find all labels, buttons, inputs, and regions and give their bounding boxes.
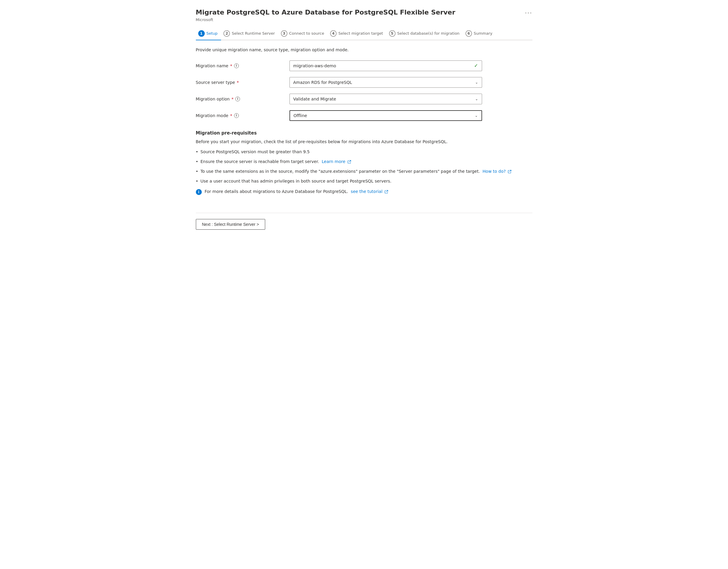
page-description: Provide unique migration name, source ty… — [196, 47, 532, 52]
source-server-type-chevron-icon: ⌄ — [475, 80, 478, 84]
info-banner: i For more details about migrations to A… — [196, 189, 532, 195]
app-title: Migrate PostgreSQL to Azure Database for… — [196, 8, 455, 17]
more-options-icon[interactable]: ··· — [525, 9, 532, 17]
step-1-label: Setup — [207, 31, 218, 36]
info-banner-text: For more details about migrations to Azu… — [205, 189, 388, 194]
info-banner-icon: i — [196, 189, 202, 195]
external-link-icon-3 — [385, 190, 388, 194]
migration-mode-info-icon[interactable]: i — [234, 113, 239, 118]
migration-option-control: Validate and Migrate ⌄ — [289, 94, 482, 104]
migration-name-row: Migration name * i migration-aws-demo ✓ — [196, 60, 532, 71]
next-button[interactable]: Next : Select Runtime Server > — [196, 219, 265, 230]
step-3-label: Connect to source — [289, 31, 324, 36]
prereq-description: Before you start your migration, check t… — [196, 139, 532, 144]
migration-mode-row: Migration mode * i Offline ⌄ — [196, 110, 532, 121]
learn-more-link[interactable]: Learn more — [322, 159, 351, 164]
migration-name-info-icon[interactable]: i — [234, 63, 239, 68]
migration-name-value: migration-aws-demo — [293, 63, 336, 68]
migration-mode-required: * — [230, 113, 232, 118]
step-5-databases[interactable]: 5 Select database(s) for migration — [387, 28, 463, 40]
prereq-list: Source PostgreSQL version must be greate… — [196, 149, 532, 184]
migration-name-checkmark: ✓ — [474, 63, 478, 68]
migration-mode-control: Offline ⌄ — [289, 110, 482, 121]
step-3-circle: 3 — [281, 30, 287, 37]
page-footer: Next : Select Runtime Server > — [196, 213, 532, 230]
migration-mode-value: Offline — [294, 113, 307, 118]
see-tutorial-link[interactable]: see the tutorial — [351, 189, 388, 194]
step-4-target[interactable]: 4 Select migration target — [328, 28, 387, 40]
migration-mode-dropdown[interactable]: Offline ⌄ — [289, 110, 482, 121]
migration-name-label: Migration name * i — [196, 63, 285, 68]
step-1-circle: 1 — [198, 30, 205, 37]
source-server-type-required: * — [237, 80, 239, 85]
source-server-type-label: Source server type * — [196, 80, 285, 85]
steps-wizard-bar: 1 Setup 2 Select Runtime Server 3 Connec… — [196, 28, 532, 40]
prereq-item-2: Ensure the source server is reachable fr… — [196, 159, 532, 165]
prereq-item-2-text: Ensure the source server is reachable fr… — [201, 159, 321, 164]
how-to-do-link[interactable]: How to do? — [483, 169, 512, 174]
migration-name-input[interactable]: migration-aws-demo ✓ — [289, 60, 482, 71]
step-5-label: Select database(s) for migration — [397, 31, 460, 36]
external-link-icon — [348, 160, 351, 164]
migration-option-dropdown[interactable]: Validate and Migrate ⌄ — [289, 94, 482, 104]
step-3-connect[interactable]: 3 Connect to source — [279, 28, 328, 40]
step-4-label: Select migration target — [338, 31, 383, 36]
prereq-item-3-text: To use the same extensions as in the sou… — [201, 169, 481, 174]
migration-option-value: Validate and Migrate — [293, 97, 336, 101]
step-2-runtime[interactable]: 2 Select Runtime Server — [221, 28, 278, 40]
source-server-type-control: Amazon RDS for PostgreSQL ⌄ — [289, 77, 482, 88]
migration-name-control: migration-aws-demo ✓ — [289, 60, 482, 71]
migration-option-chevron-icon: ⌄ — [475, 97, 478, 101]
app-header: Migrate PostgreSQL to Azure Database for… — [196, 8, 532, 22]
app-subtitle: Microsoft — [196, 17, 455, 22]
prereq-item-3: To use the same extensions as in the sou… — [196, 168, 532, 175]
step-6-label: Summary — [474, 31, 492, 36]
migration-option-label: Migration option * i — [196, 97, 285, 101]
external-link-icon-2 — [508, 170, 511, 173]
prerequisites-section: Migration pre-requisites Before you star… — [196, 130, 532, 195]
prereq-item-4-text: Use a user account that has admin privil… — [201, 179, 391, 183]
prereq-title: Migration pre-requisites — [196, 130, 532, 136]
migration-name-required: * — [230, 63, 232, 68]
migration-mode-label: Migration mode * i — [196, 113, 285, 118]
source-server-type-dropdown[interactable]: Amazon RDS for PostgreSQL ⌄ — [289, 77, 482, 88]
form-section: Migration name * i migration-aws-demo ✓ … — [196, 60, 532, 121]
source-server-type-value: Amazon RDS for PostgreSQL — [293, 80, 352, 85]
migration-option-info-icon[interactable]: i — [235, 97, 240, 101]
source-server-type-row: Source server type * Amazon RDS for Post… — [196, 77, 532, 88]
migration-option-row: Migration option * i Validate and Migrat… — [196, 94, 532, 104]
step-5-circle: 5 — [389, 30, 396, 37]
step-2-circle: 2 — [223, 30, 230, 37]
prereq-item-1-text: Source PostgreSQL version must be greate… — [201, 149, 310, 154]
step-2-label: Select Runtime Server — [232, 31, 275, 36]
step-4-circle: 4 — [330, 30, 337, 37]
prereq-item-1: Source PostgreSQL version must be greate… — [196, 149, 532, 155]
step-1-setup[interactable]: 1 Setup — [196, 28, 221, 40]
step-6-summary[interactable]: 6 Summary — [463, 28, 496, 40]
migration-option-required: * — [231, 97, 233, 101]
migration-mode-chevron-icon: ⌄ — [475, 114, 478, 118]
prereq-item-4: Use a user account that has admin privil… — [196, 178, 532, 184]
step-6-circle: 6 — [465, 30, 472, 37]
